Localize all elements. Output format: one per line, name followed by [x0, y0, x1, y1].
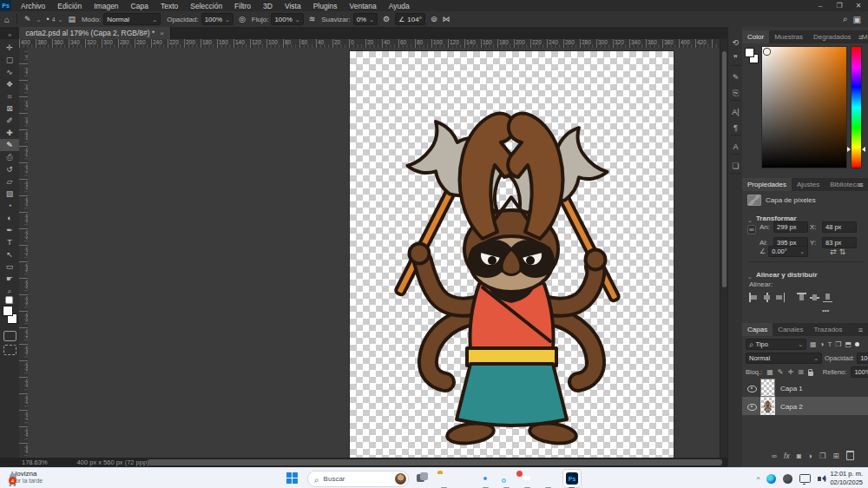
layer-row[interactable]: Capa 1: [742, 379, 868, 397]
clone-stamp-tool[interactable]: ⎙: [0, 151, 19, 163]
eraser-tool[interactable]: ▱: [0, 175, 19, 188]
align-more-options[interactable]: •••: [822, 307, 829, 314]
hand-tool[interactable]: ☛: [0, 273, 19, 285]
pressure-size-icon[interactable]: [431, 15, 437, 23]
crop-tool[interactable]: ⌗: [0, 90, 19, 102]
tab-propiedades[interactable]: Propiedades: [742, 178, 792, 191]
filter-adjustment-layers-icon[interactable]: ◑: [820, 340, 825, 348]
taskbar-clock[interactable]: 12:01 p. m. 02/10/2025: [830, 470, 863, 487]
flip-vertical-icon[interactable]: ⇅: [839, 247, 846, 256]
document-tab[interactable]: carta2.psd al 179% (Capa 2, RGB/8#) * ×: [19, 27, 171, 39]
layer-visibility-eye-icon[interactable]: [747, 404, 757, 411]
blur-tool[interactable]: ◔: [0, 200, 19, 212]
quick-mask-icon[interactable]: [3, 331, 16, 341]
menu-filtro[interactable]: Filtro: [228, 1, 257, 11]
smoothing-select[interactable]: 0%: [353, 13, 378, 25]
zoom-level-field[interactable]: 178.63%: [22, 458, 48, 466]
tab-color[interactable]: Color: [742, 30, 769, 43]
link-dimensions-icon[interactable]: ∞: [747, 225, 756, 234]
minimize-button[interactable]: –: [811, 0, 830, 11]
lock-image-pixels-icon[interactable]: ✎: [778, 368, 784, 376]
search-icon[interactable]: [843, 14, 848, 24]
filter-smart-object-icon[interactable]: ⬒: [845, 340, 852, 348]
canvas[interactable]: [350, 51, 674, 458]
tab-overflow-chevron[interactable]: »: [0, 31, 19, 39]
tray-app-icon[interactable]: [783, 474, 792, 484]
layers-blend-mode-select[interactable]: Normal: [746, 353, 822, 364]
layer-row[interactable]: Capa 2: [742, 397, 868, 415]
menu-archivo[interactable]: Archivo: [15, 1, 51, 11]
workspace-switcher-icon[interactable]: [853, 15, 861, 24]
lasso-tool[interactable]: ∿: [0, 66, 19, 78]
3d-panel-icon[interactable]: ❏: [728, 160, 743, 172]
restore-button[interactable]: ❐: [830, 0, 849, 11]
menu-plugins[interactable]: Plugins: [307, 1, 344, 11]
menu-vista[interactable]: Vista: [279, 1, 307, 11]
foreground-color-swatch[interactable]: [3, 306, 13, 316]
filter-pixel-layers-icon[interactable]: ▦: [810, 340, 817, 348]
add-layer-mask-icon[interactable]: ◙: [797, 452, 801, 460]
link-layers-icon[interactable]: ∞: [772, 452, 777, 460]
hue-slider[interactable]: [851, 46, 862, 168]
brush-tip-preview-icon[interactable]: [46, 15, 49, 23]
new-adjustment-layer-icon[interactable]: ◑: [808, 452, 812, 460]
brush-settings-panel-icon[interactable]: ✎: [728, 71, 743, 83]
shape-tool[interactable]: ▭: [0, 260, 19, 273]
discord-button[interactable]: [521, 472, 534, 485]
user-avatar[interactable]: [395, 473, 406, 485]
start-button[interactable]: [286, 472, 299, 485]
tray-chevron-icon[interactable]: ^: [757, 475, 760, 483]
opacity-select[interactable]: 100%: [201, 13, 233, 25]
menu-capa[interactable]: Capa: [125, 1, 155, 11]
taskbar-search[interactable]: Buscar: [307, 471, 409, 487]
align-h-center-icon[interactable]: [762, 293, 772, 302]
brush-preset-icon[interactable]: [24, 15, 31, 23]
clone-source-panel-icon[interactable]: ⎘: [728, 87, 743, 99]
menu-imagen[interactable]: Imagen: [88, 1, 124, 11]
panel-color-swatches[interactable]: [745, 48, 760, 63]
menu-edición[interactable]: Edición: [51, 1, 88, 11]
zoom-tool[interactable]: ⌕: [0, 285, 19, 297]
menu-ventana[interactable]: Ventana: [344, 1, 383, 11]
quick-selection-tool[interactable]: ❖: [0, 78, 19, 90]
healing-brush-tool[interactable]: ✚: [0, 127, 19, 139]
history-brush-tool[interactable]: ↺: [0, 163, 19, 175]
delete-layer-icon[interactable]: [846, 451, 854, 460]
align-top-icon[interactable]: [797, 293, 806, 302]
tab-ajustes[interactable]: Ajustes: [792, 178, 825, 191]
layer-thumbnail[interactable]: [761, 398, 774, 414]
foreground-color-swatch[interactable]: [745, 48, 754, 57]
rotation-angle-field[interactable]: 0.00°: [768, 246, 808, 257]
menu-selección[interactable]: Selección: [184, 1, 228, 11]
game-launcher-button[interactable]: [542, 472, 555, 485]
tab-capas[interactable]: Capas: [742, 323, 773, 336]
align-v-center-icon[interactable]: [810, 293, 819, 302]
taskbar-weather-widget[interactable]: 4 Llovizna Por la tarde: [7, 470, 43, 484]
marquee-tool[interactable]: ▢: [0, 54, 19, 66]
collapse-chevron-icon[interactable]: [747, 210, 756, 226]
file-explorer-button[interactable]: [437, 472, 450, 485]
lock-position-icon[interactable]: ✛: [787, 368, 793, 376]
tray-edge-icon[interactable]: [766, 474, 776, 484]
airbrush-icon[interactable]: [309, 15, 316, 23]
smoothing-options-gear-icon[interactable]: [383, 15, 390, 23]
tab-canales[interactable]: Canales: [773, 323, 808, 336]
photoshop-taskbar-button[interactable]: Ps: [562, 469, 582, 488]
history-panel-icon[interactable]: ⟲: [728, 36, 743, 49]
tab-muestras[interactable]: Muestras: [769, 30, 808, 43]
align-left-icon[interactable]: [749, 293, 759, 302]
comments-panel-icon[interactable]: ❞: [728, 52, 743, 64]
hue-slider-marker[interactable]: [862, 147, 865, 152]
lock-all-icon[interactable]: [808, 372, 813, 376]
lock-artboard-icon[interactable]: ⊞: [798, 368, 804, 376]
filter-type-layers-icon[interactable]: T: [827, 340, 832, 348]
color-picker-marker[interactable]: [764, 49, 770, 55]
lock-transparent-pixels-icon[interactable]: ▦: [766, 368, 773, 376]
screen-mode-icon[interactable]: [3, 345, 16, 355]
dodge-tool[interactable]: ◐: [0, 212, 19, 224]
vertical-scrollbar-thumb[interactable]: [722, 51, 727, 287]
layer-visibility-eye-icon[interactable]: [747, 386, 757, 392]
transform-field-value[interactable]: 48 px: [822, 221, 857, 233]
align-right-icon[interactable]: [775, 293, 785, 302]
layer-thumbnail[interactable]: [761, 379, 774, 396]
